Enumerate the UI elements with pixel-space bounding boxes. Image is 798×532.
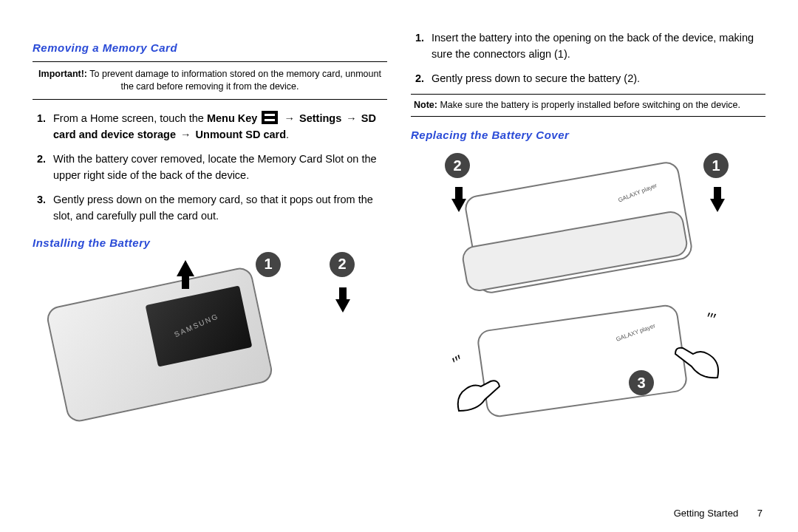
step-text: Insert the battery into the opening on t… <box>432 30 765 63</box>
page-footer: Getting Started 7 <box>674 508 763 519</box>
callout-badge-2 <box>445 153 470 178</box>
note-label: Note: <box>414 100 437 110</box>
heading-replacing-cover: Replacing the Battery Cover <box>411 129 765 141</box>
step-number: 1. <box>411 30 424 63</box>
callout-badge-2 <box>330 252 355 277</box>
step-text: Gently press down on the memory card, so… <box>53 191 387 225</box>
step-number: 2. <box>411 70 424 86</box>
step-number: 1. <box>33 110 46 143</box>
unmount-label: Unmount SD card <box>196 129 286 140</box>
heading-installing-battery: Installing the Battery <box>33 236 387 249</box>
important-box: Important!: To prevent damage to informa… <box>33 61 387 100</box>
illustration-replace-cover: GALAXY player GALAXY player ′′′ ′′′ <box>411 149 765 415</box>
step-text: . <box>286 129 289 140</box>
phone-brand-label: GALAXY player <box>615 323 657 344</box>
step-text: From a Home screen, touch the <box>53 112 207 124</box>
callout-badge-1 <box>256 252 281 277</box>
phone-cover-bottom: GALAXY player <box>476 304 689 419</box>
footer-page-number: 7 <box>757 508 763 519</box>
step-number: 3. <box>33 191 46 225</box>
note-text: Make sure the battery is properly instal… <box>440 100 740 110</box>
up-arrow-icon <box>177 260 194 276</box>
step-number: 2. <box>33 151 46 184</box>
motion-lines-icon: ′′′ <box>705 309 717 330</box>
down-arrow-icon <box>710 199 725 212</box>
up-arrow-stem <box>182 276 189 289</box>
settings-label: Settings <box>299 112 341 124</box>
important-label: Important!: <box>38 69 87 79</box>
left-hand-illustration <box>455 370 507 415</box>
illustration-install-battery: SAMSUNG <box>33 256 387 426</box>
battery-brand-label: SAMSUNG <box>173 312 219 338</box>
phone-brand-label: GALAXY player <box>617 183 658 204</box>
menu-key-label: Menu Key <box>207 112 258 124</box>
menu-key-icon <box>262 111 278 124</box>
step-text: With the battery cover removed, locate t… <box>53 151 387 184</box>
steps-insert-battery: 1. Insert the battery into the opening o… <box>411 30 765 86</box>
arrow-icon: → <box>180 129 191 140</box>
step-text: Gently press down to secure the battery … <box>432 70 640 86</box>
step-content: From a Home screen, touch the Menu Key →… <box>53 110 387 143</box>
down-arrow-icon <box>335 299 350 313</box>
steps-remove-card: 1. From a Home screen, touch the Menu Ke… <box>33 110 387 225</box>
important-text: To prevent damage to information stored … <box>89 69 381 92</box>
footer-section: Getting Started <box>674 508 738 519</box>
note-box: Note: Make sure the battery is properly … <box>411 94 765 117</box>
heading-removing-memory-card: Removing a Memory Card <box>33 41 387 54</box>
callout-badge-1 <box>703 153 729 178</box>
arrow-icon: → <box>284 112 295 124</box>
right-hand-illustration <box>669 333 721 385</box>
arrow-icon: → <box>346 112 357 124</box>
down-arrow-icon <box>451 199 466 212</box>
